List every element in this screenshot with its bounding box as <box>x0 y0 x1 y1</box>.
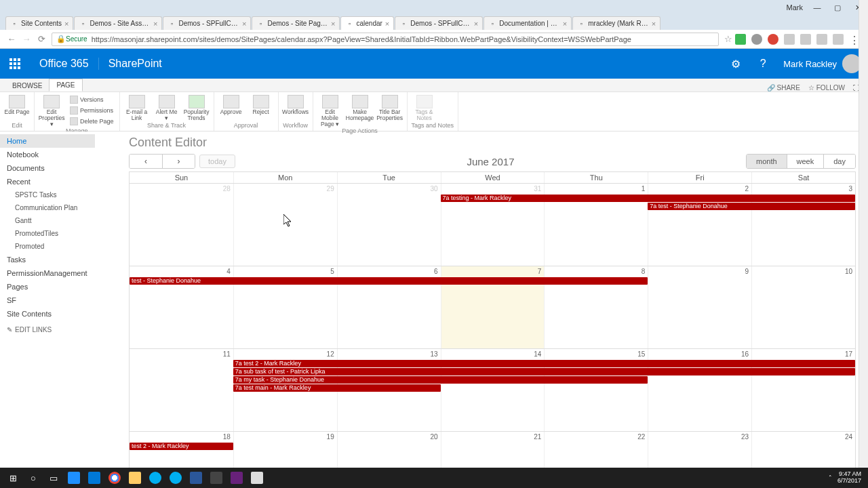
help-icon[interactable]: ? <box>749 49 776 79</box>
edit-links-button[interactable]: ✎ EDIT LINKS <box>0 321 95 339</box>
edit-properties-button[interactable]: Edit Properties ▾ <box>39 94 64 127</box>
vertical-scrollbar[interactable] <box>859 0 868 488</box>
versions-button[interactable]: Versions <box>68 95 115 104</box>
calendar-day-cell[interactable]: 19 <box>233 432 337 468</box>
nav-recent-item[interactable]: Communication Plan <box>0 201 95 214</box>
nav-recent-item[interactable]: PromotedTiles <box>0 227 95 240</box>
calendar-event[interactable]: test 2 - Mark Rackley <box>130 443 233 450</box>
browser-tab[interactable]: ▫Demos - Site Assets - Al...× <box>74 16 162 30</box>
cortana-button[interactable]: ○ <box>23 468 43 488</box>
extension-icon[interactable] <box>735 34 746 45</box>
taskbar-settings-icon[interactable] <box>206 468 226 488</box>
calendar-prev-button[interactable]: ‹ <box>130 155 162 168</box>
permissions-button[interactable]: Permissions <box>68 106 115 115</box>
tags-notes-button[interactable]: Tags & Notes <box>412 94 437 121</box>
nav-recent[interactable]: Recent <box>0 175 95 188</box>
tab-close-icon[interactable]: × <box>64 20 68 28</box>
tab-close-icon[interactable]: × <box>242 20 246 28</box>
make-homepage-button[interactable]: Make Homepage <box>347 94 373 121</box>
nav-permission[interactable]: PermissionManagement <box>0 266 95 280</box>
nav-home[interactable]: Home <box>0 134 95 148</box>
taskbar-skype-biz-icon[interactable] <box>165 468 186 488</box>
share-button[interactable]: 🔗 SHARE <box>767 84 800 92</box>
popularity-button[interactable]: Popularity Trends <box>184 94 210 121</box>
address-input[interactable]: 🔒 Secure https://masonjar.sharepoint.com… <box>52 33 719 46</box>
calendar-event[interactable]: test - Stephanie Donahue <box>130 277 648 285</box>
approve-button[interactable]: Approve <box>218 94 244 115</box>
tab-close-icon[interactable]: × <box>474 20 478 28</box>
app-launcher-button[interactable] <box>0 49 30 79</box>
calendar-day-cell[interactable]: 20 <box>337 432 441 468</box>
taskbar-chrome-icon[interactable] <box>104 468 125 488</box>
system-clock[interactable]: 9:47 AM 6/7/2017 <box>837 471 861 485</box>
calendar-day-cell[interactable]: 23 <box>648 432 751 468</box>
calendar-day-cell[interactable]: 10 <box>751 266 855 348</box>
browser-tab[interactable]: ▫calendar× <box>340 16 394 30</box>
tab-close-icon[interactable]: × <box>652 20 656 28</box>
calendar-day-cell[interactable]: 11 <box>130 349 233 431</box>
edit-mobile-button[interactable]: Edit Mobile Page ▾ <box>317 94 343 127</box>
suite-brand[interactable]: Office 365 <box>30 58 98 70</box>
tab-close-icon[interactable]: × <box>153 20 157 28</box>
taskbar-skype-icon[interactable] <box>145 468 165 488</box>
nav-recent-item[interactable]: Gantt <box>0 214 95 227</box>
taskbar-app-icon[interactable] <box>247 468 267 488</box>
extension-icon[interactable] <box>816 34 827 45</box>
ribbon-tab-browse[interactable]: BROWSE <box>5 80 49 92</box>
calendar-today-button[interactable]: today <box>199 155 235 168</box>
nav-recent-item[interactable]: Promoted <box>0 240 95 253</box>
tab-close-icon[interactable]: × <box>563 20 567 28</box>
view-week-button[interactable]: week <box>787 155 824 168</box>
settings-gear-icon[interactable]: ⚙ <box>722 49 749 79</box>
user-menu[interactable]: Mark Rackley <box>776 54 868 73</box>
calendar-event[interactable]: 7a test 2 - Mark Rackley <box>233 360 855 367</box>
back-button[interactable]: ← <box>4 32 19 47</box>
calendar-day-cell[interactable]: 30 <box>337 184 441 266</box>
calendar-event[interactable]: 7a testing - Mark Rackley <box>441 195 855 202</box>
browser-tab[interactable]: ▫Documentation | FullCa...× <box>484 16 572 30</box>
taskview-button[interactable]: ▭ <box>43 468 64 488</box>
alert-me-button[interactable]: Alert Me ▾ <box>154 94 180 121</box>
nav-notebook[interactable]: Notebook <box>0 148 95 161</box>
nav-pages[interactable]: Pages <box>0 280 95 293</box>
view-month-button[interactable]: month <box>747 155 787 168</box>
calendar-day-cell[interactable]: 9 <box>648 266 751 348</box>
suite-app[interactable]: SharePoint <box>98 58 172 70</box>
taskbar-vs-icon[interactable] <box>226 468 247 488</box>
ribbon-tab-page[interactable]: PAGE <box>49 79 82 92</box>
browser-tab[interactable]: ▫Demos - SPFullCalenda...× <box>395 16 483 30</box>
workflows-button[interactable]: Workflows <box>283 94 309 115</box>
edit-page-button[interactable]: Edit Page <box>4 94 30 115</box>
nav-tasks[interactable]: Tasks <box>0 253 95 266</box>
calendar-event[interactable]: 7a test main - Mark Rackley <box>233 384 441 392</box>
extension-icon[interactable] <box>768 34 778 45</box>
browser-tab[interactable]: ▫Demos - SPFullCalenda...× <box>163 16 251 30</box>
browser-tab[interactable]: ▫mrackley (Mark Rackley)× <box>572 16 660 30</box>
calendar-day-cell[interactable]: 21 <box>441 432 545 468</box>
calendar-day-cell[interactable]: 29 <box>233 184 337 266</box>
nav-sf[interactable]: SF <box>0 293 95 307</box>
calendar-event[interactable]: 7a my task - Stephanie Donahue <box>233 376 648 384</box>
calendar-event[interactable]: 7a test - Stephanie Donahue <box>648 203 855 210</box>
delete-page-button[interactable]: Delete Page <box>68 117 115 126</box>
calendar-day-cell[interactable]: 22 <box>544 432 648 468</box>
reload-button[interactable]: ⟳ <box>34 32 49 47</box>
bookmark-star-icon[interactable]: ☆ <box>724 34 732 44</box>
calendar-next-button[interactable]: › <box>162 155 195 168</box>
taskbar-ie-icon[interactable] <box>64 468 84 488</box>
extension-icon[interactable] <box>833 34 844 45</box>
taskbar-explorer-icon[interactable] <box>125 468 145 488</box>
follow-button[interactable]: ☆ FOLLOW <box>808 84 845 92</box>
email-link-button[interactable]: E-mail a Link <box>124 94 150 121</box>
calendar-day-cell[interactable]: 24 <box>751 432 855 468</box>
window-min-button[interactable]: — <box>811 3 823 12</box>
tab-close-icon[interactable]: × <box>331 20 335 28</box>
start-button[interactable]: ⊞ <box>3 468 23 488</box>
reject-button[interactable]: Reject <box>248 94 274 115</box>
extension-icon[interactable] <box>751 34 762 45</box>
nav-site-contents[interactable]: Site Contents <box>0 307 95 321</box>
tab-close-icon[interactable]: × <box>385 20 389 28</box>
tray-chevron-icon[interactable]: ˄ <box>829 474 832 481</box>
taskbar-word-icon[interactable] <box>186 468 206 488</box>
taskbar-edge-icon[interactable] <box>84 468 104 488</box>
